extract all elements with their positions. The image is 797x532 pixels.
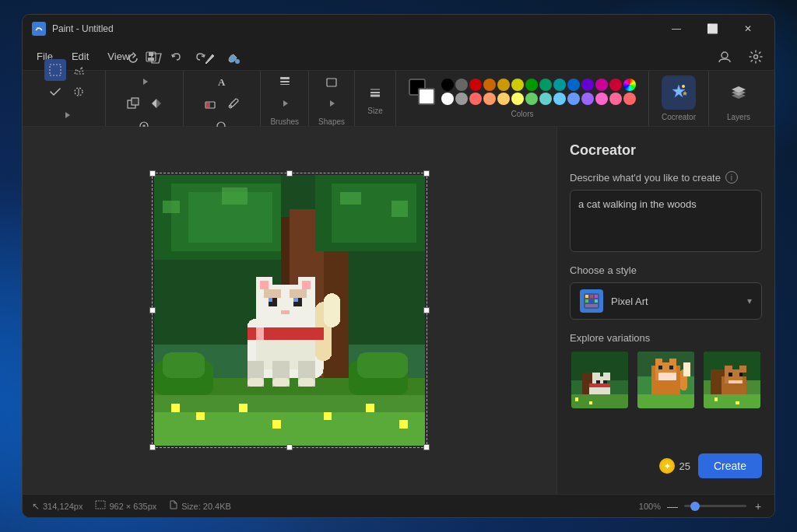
shape-arrow[interactable] bbox=[321, 93, 342, 114]
color-lpink[interactable] bbox=[609, 93, 622, 105]
maximize-button[interactable]: ⬜ bbox=[695, 16, 729, 41]
variation-1[interactable] bbox=[570, 350, 630, 410]
color-white[interactable] bbox=[441, 93, 454, 105]
color-purple[interactable] bbox=[581, 79, 594, 91]
flip-tool[interactable] bbox=[146, 93, 167, 114]
toolbar-shapes-group: Shapes bbox=[308, 71, 354, 126]
color-ltan[interactable] bbox=[497, 93, 510, 105]
selection-extra-tool[interactable] bbox=[68, 81, 90, 103]
titlebar: Paint - Untitled — ⬜ ✕ bbox=[23, 15, 774, 43]
color-lsky[interactable] bbox=[553, 93, 566, 105]
prompt-textarea[interactable] bbox=[570, 190, 762, 252]
brush-tools bbox=[274, 71, 296, 93]
svg-point-30 bbox=[682, 85, 685, 88]
svg-text:A: A bbox=[218, 76, 226, 88]
color-lperiwinkle[interactable] bbox=[567, 93, 580, 105]
window-controls: — ⬜ ✕ bbox=[659, 16, 765, 41]
svg-rect-47 bbox=[272, 420, 281, 429]
svg-rect-101 bbox=[571, 394, 628, 408]
color-pink[interactable] bbox=[595, 79, 608, 91]
rotate-tool[interactable] bbox=[122, 47, 144, 69]
color-blue[interactable] bbox=[567, 79, 580, 91]
selection-free-tool[interactable] bbox=[68, 59, 90, 81]
window-title: Paint - Untitled bbox=[52, 23, 659, 34]
svg-rect-110 bbox=[658, 366, 662, 369]
close-button[interactable]: ✕ bbox=[731, 16, 765, 41]
file-size-value: Size: 20.4KB bbox=[181, 502, 231, 511]
zoom-in-button[interactable]: + bbox=[751, 499, 765, 513]
canvas-area[interactable] bbox=[23, 127, 556, 494]
color-black[interactable] bbox=[441, 79, 454, 91]
pencil-tool[interactable] bbox=[199, 47, 221, 69]
minimize-button[interactable]: — bbox=[659, 16, 693, 41]
color-custom[interactable] bbox=[623, 79, 636, 91]
shape-tools bbox=[321, 71, 342, 93]
fill-tool[interactable] bbox=[223, 47, 244, 69]
layers-label: Layers bbox=[727, 113, 750, 121]
color-grid bbox=[409, 79, 636, 105]
cocreator-button[interactable] bbox=[662, 75, 696, 110]
variation-3[interactable] bbox=[702, 350, 762, 410]
create-button[interactable]: Create bbox=[698, 453, 762, 478]
select-all-tool[interactable] bbox=[44, 81, 66, 103]
zoom-out-button[interactable]: — bbox=[665, 499, 679, 513]
color-lviolet[interactable] bbox=[581, 93, 594, 105]
brush-tool[interactable] bbox=[274, 71, 296, 93]
shape-tool[interactable] bbox=[321, 71, 342, 93]
color-lred[interactable] bbox=[469, 93, 482, 105]
zoom-control: 100% — + bbox=[639, 499, 765, 513]
tools: A bbox=[193, 47, 251, 93]
svg-rect-88 bbox=[595, 295, 598, 298]
svg-rect-65 bbox=[281, 310, 290, 314]
color-lorange[interactable] bbox=[483, 93, 496, 105]
color-cyan[interactable] bbox=[553, 79, 566, 91]
color-yellow[interactable] bbox=[511, 79, 524, 91]
crop-arrow-tool[interactable] bbox=[134, 71, 156, 93]
svg-rect-67 bbox=[290, 289, 307, 298]
selection-tools bbox=[44, 59, 90, 81]
color-orange[interactable] bbox=[483, 79, 496, 91]
background-color[interactable] bbox=[418, 88, 435, 105]
toolbar-image-group: Image bbox=[105, 71, 182, 126]
color-teal[interactable] bbox=[539, 79, 552, 91]
layers-button[interactable] bbox=[722, 75, 756, 110]
selection-arrow[interactable] bbox=[56, 104, 78, 126]
canvas[interactable] bbox=[154, 175, 425, 446]
info-icon[interactable]: i bbox=[725, 171, 738, 184]
eraser-tool[interactable] bbox=[199, 93, 221, 114]
color-lgreen[interactable] bbox=[525, 93, 538, 105]
settings-button[interactable] bbox=[743, 44, 768, 69]
svg-rect-11 bbox=[132, 98, 139, 105]
style-dropdown[interactable]: Pixel Art ▾ bbox=[570, 282, 762, 320]
transform-tool[interactable] bbox=[146, 47, 167, 69]
variation-2[interactable] bbox=[636, 350, 696, 410]
selection-rect-tool[interactable] bbox=[44, 59, 66, 81]
color-lyellow[interactable] bbox=[511, 93, 524, 105]
color-lgray[interactable] bbox=[455, 93, 468, 105]
resize-tool[interactable] bbox=[122, 93, 144, 114]
size-tools bbox=[364, 82, 386, 103]
account-button[interactable] bbox=[712, 44, 737, 69]
color-red[interactable] bbox=[469, 79, 482, 91]
color-gold[interactable] bbox=[497, 79, 510, 91]
svg-point-16 bbox=[235, 59, 240, 64]
style-icon bbox=[580, 289, 603, 313]
toolbar-selection-group: Selection bbox=[29, 71, 105, 126]
brush-arrow[interactable] bbox=[274, 93, 296, 114]
eyedropper-tool[interactable] bbox=[223, 93, 244, 114]
size-tool[interactable] bbox=[364, 82, 386, 103]
svg-rect-50 bbox=[399, 420, 408, 429]
color-green[interactable] bbox=[525, 79, 538, 91]
color-lmagenta[interactable] bbox=[595, 93, 608, 105]
color-rose[interactable] bbox=[609, 79, 622, 91]
zoom-slider[interactable] bbox=[684, 505, 746, 507]
toolbar-cocreator-group: Cocreator bbox=[648, 71, 708, 126]
svg-rect-122 bbox=[739, 366, 746, 373]
toolbar-colors-group: Colors bbox=[395, 71, 648, 126]
brushes-label: Brushes bbox=[270, 117, 299, 126]
color-gray1[interactable] bbox=[455, 79, 468, 91]
color-lteal[interactable] bbox=[539, 93, 552, 105]
svg-rect-81 bbox=[340, 192, 361, 205]
text-tool[interactable]: A bbox=[211, 71, 233, 93]
color-lsalmon[interactable] bbox=[623, 93, 636, 105]
